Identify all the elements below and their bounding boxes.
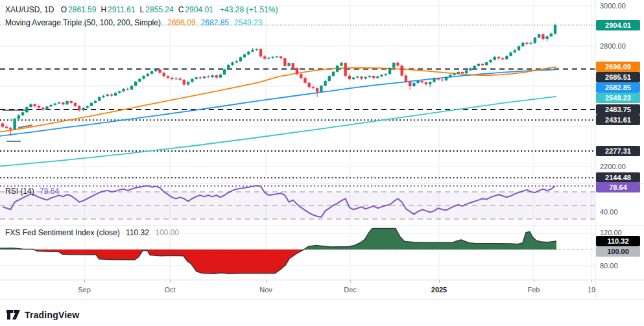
legend-symbol-line[interactable]: XAU/USD, 1D O2861.59H2911.61L2855.24C290… — [5, 5, 278, 14]
time-axis-label: Sep — [78, 286, 91, 294]
rsi-title[interactable]: RSI (14) — [5, 187, 34, 196]
rsi-value: 78.64 — [40, 187, 59, 196]
time-axis-tick — [534, 280, 534, 283]
chart-root: XAU/USD, 1D O2861.59H2911.61L2855.24C290… — [0, 0, 644, 326]
time-axis-tick — [84, 280, 85, 283]
time-axis-tick — [439, 280, 440, 283]
price-badge: 78.64 — [596, 182, 640, 192]
ohlc-value: 2904.01 — [185, 5, 213, 14]
ohlc-value: 2855.24 — [145, 5, 173, 14]
tradingview-logo-icon — [6, 309, 21, 320]
price-axis-label: 80.00 — [595, 262, 644, 270]
price-badge: 2549.23 — [596, 93, 640, 103]
ohlc-value: 2911.61 — [108, 5, 136, 14]
price-badge: 2144.48 — [596, 172, 640, 183]
price-badge: 2431.61 — [596, 115, 640, 125]
ma-indicator-title[interactable]: Moving Average Triple (50, 100, 200, Sim… — [5, 18, 161, 27]
time-axis-label: Oct — [164, 286, 175, 294]
ma-value: 2682.85 — [201, 18, 229, 27]
tradingview-logo[interactable]: TradingView — [6, 309, 79, 320]
ohlc-key: C — [178, 5, 184, 14]
ohlc-key: O — [61, 5, 67, 14]
price-axis-label: 3000.00 — [595, 2, 644, 10]
fed-indicator-label[interactable]: FXS Fed Sentiment Index (close) 110.32 1… — [5, 228, 179, 237]
time-axis-label: 19 — [588, 286, 595, 294]
price-axis[interactable]: 3000.002800.002200.0040.00120.0080.00290… — [595, 0, 644, 299]
ma-value: 2549.23 — [234, 18, 262, 27]
fed-title[interactable]: FXS Fed Sentiment Index (close) — [5, 228, 120, 237]
time-axis-label: Dec — [344, 286, 357, 294]
price-badge: 100.00 — [596, 246, 640, 257]
time-axis-label: Feb — [528, 286, 540, 294]
price-badge: 2685.51 — [596, 72, 640, 82]
price-badge: 2696.09 — [596, 62, 640, 72]
ohlc-values: O2861.59H2911.61L2855.24C2904.01 — [61, 5, 218, 14]
price-badge: 2904.01 — [596, 20, 640, 30]
ohlc-value: 2861.59 — [68, 5, 96, 14]
ohlc-key: L — [140, 5, 145, 14]
tradingview-logo-text: TradingView — [25, 310, 79, 320]
time-axis-label: Nov — [259, 286, 272, 294]
price-axis-label: 2200.00 — [595, 163, 644, 170]
symbol-title[interactable]: XAU/USD, 1D — [5, 5, 54, 14]
fed-value: 110.32 — [126, 228, 149, 237]
price-badge: 2483.75 — [596, 104, 640, 115]
price-badge: 2277.31 — [596, 146, 640, 156]
change-value: +43.28 (+1.51%) — [220, 5, 278, 14]
time-axis-label: 2025 — [431, 286, 447, 294]
ma-values: 2696.092682.852549.23 — [167, 18, 267, 27]
time-axis-tick — [350, 280, 351, 283]
legend-ma-line[interactable]: Moving Average Triple (50, 100, 200, Sim… — [5, 18, 267, 27]
price-axis-label: 2800.00 — [595, 42, 644, 50]
time-axis[interactable]: SepOctNovDec2025Feb19 — [0, 280, 644, 299]
price-badge: 2682.85 — [596, 82, 640, 93]
time-axis-tick — [266, 280, 267, 283]
time-axis-tick — [591, 280, 592, 283]
chart-canvas[interactable] — [0, 0, 644, 326]
rsi-indicator-label[interactable]: RSI (14) 78.64 — [5, 187, 59, 196]
time-axis-tick — [170, 280, 171, 283]
fed-baseline-value: 100.00 — [155, 228, 179, 237]
ma-value: 2696.09 — [167, 18, 195, 27]
ohlc-key: H — [101, 5, 106, 14]
price-badge: 110.32 — [596, 236, 640, 246]
price-axis-label: 40.00 — [595, 208, 644, 216]
